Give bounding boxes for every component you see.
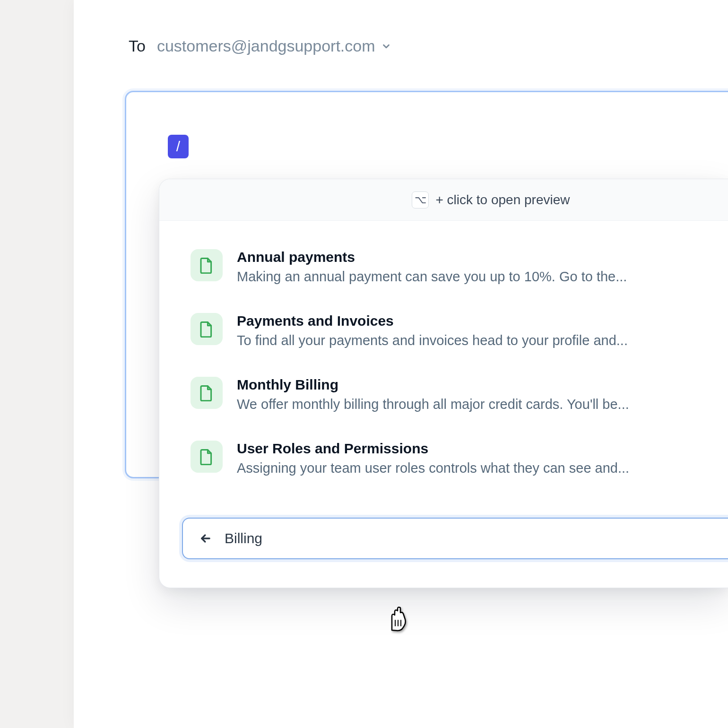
suggestion-desc: Assigning your team user roles controls … xyxy=(237,460,695,476)
suggestion-title: User Roles and Permissions xyxy=(237,441,695,457)
suggestion-title: Annual payments xyxy=(237,249,695,265)
suggestion-text: User Roles and Permissions Assigning you… xyxy=(237,441,695,476)
suggestion-text: Annual payments Making an annual payment… xyxy=(237,249,695,285)
document-icon xyxy=(191,313,223,345)
slash-command-badge: / xyxy=(168,135,189,158)
to-email: customers@jandgsupport.com xyxy=(157,37,375,55)
suggestion-panel: ⌥ + click to open preview Annual payment… xyxy=(159,179,728,588)
chevron-down-icon xyxy=(381,41,391,52)
suggestion-item[interactable]: Monthly Billing We offer monthly billing… xyxy=(159,363,728,426)
preview-hint-text: + click to open preview xyxy=(435,192,570,208)
to-recipient-dropdown[interactable]: customers@jandgsupport.com xyxy=(157,37,391,55)
suggestion-desc: To find all your payments and invoices h… xyxy=(237,333,695,348)
document-icon xyxy=(191,441,223,473)
suggestion-text: Payments and Invoices To find all your p… xyxy=(237,313,695,348)
suggestions-list: Annual payments Making an annual payment… xyxy=(159,221,728,509)
search-row xyxy=(182,518,728,559)
to-label: To xyxy=(129,37,146,55)
arrow-left-icon[interactable] xyxy=(199,532,212,545)
document-icon xyxy=(191,249,223,281)
suggestion-desc: Making an annual payment can save you up… xyxy=(237,269,695,285)
page-surface: To customers@jandgsupport.com / ⌥ + clic… xyxy=(74,0,728,728)
option-key-icon: ⌥ xyxy=(412,191,429,208)
suggestion-item[interactable]: Annual payments Making an annual payment… xyxy=(159,235,728,299)
pointer-cursor-icon xyxy=(383,604,412,633)
search-input[interactable] xyxy=(225,530,728,546)
suggestion-item[interactable]: Payments and Invoices To find all your p… xyxy=(159,299,728,363)
preview-hint-bar: ⌥ + click to open preview xyxy=(159,179,728,221)
suggestion-text: Monthly Billing We offer monthly billing… xyxy=(237,377,695,412)
document-icon xyxy=(191,377,223,409)
suggestion-title: Monthly Billing xyxy=(237,377,695,393)
suggestion-desc: We offer monthly billing through all maj… xyxy=(237,397,695,412)
suggestion-item[interactable]: User Roles and Permissions Assigning you… xyxy=(159,426,728,490)
suggestion-title: Payments and Invoices xyxy=(237,313,695,329)
to-row: To customers@jandgsupport.com xyxy=(74,0,728,55)
